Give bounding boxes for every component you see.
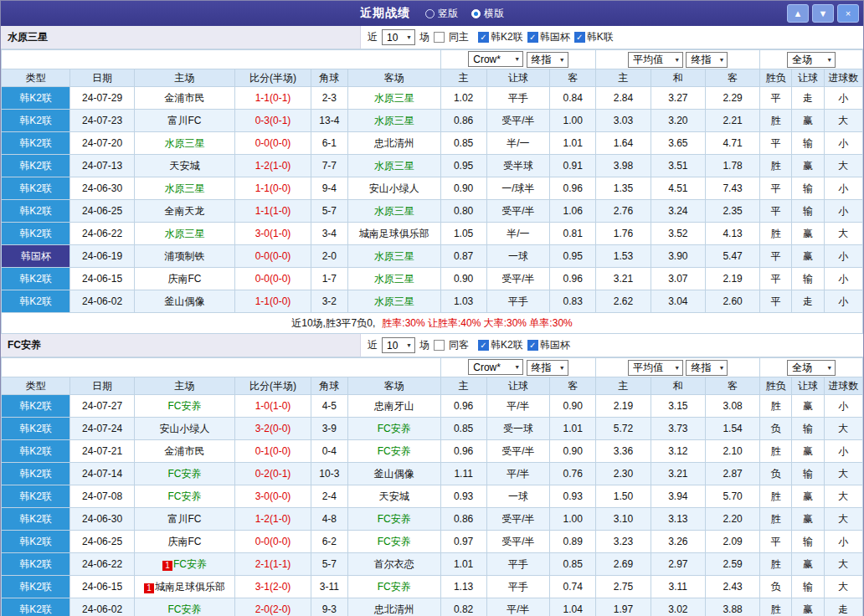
league-filter-checkbox[interactable]: ✓ xyxy=(574,32,585,43)
handicap-result-cell: 赢 xyxy=(792,598,824,616)
handicap-cell: 受平/半 xyxy=(486,440,549,463)
away-team: 水原三星 xyxy=(374,205,414,217)
asia-company-select[interactable]: Crow*▼ xyxy=(468,51,523,67)
handicap-result-cell: 输 xyxy=(792,576,824,598)
league-cell: 韩K2联 xyxy=(2,223,70,245)
layout-mode-radio[interactable]: 竖版 xyxy=(425,7,458,21)
euro-time-select[interactable]: 终指▼ xyxy=(686,52,728,68)
recent-count-select[interactable]: 10▼ xyxy=(382,337,415,353)
recent-count-select[interactable]: 10▼ xyxy=(382,29,415,45)
goals-result-cell: 小 xyxy=(824,440,862,463)
spacer-cell xyxy=(2,358,441,377)
titlebar: 近期战绩 竖版横版 ▲ ▼ × xyxy=(1,1,863,26)
asia-away-odds: 1.01 xyxy=(550,132,596,155)
asia-home-odds: 0.87 xyxy=(440,245,486,268)
handicap-result-cell: 赢 xyxy=(792,485,824,508)
close-button[interactable]: × xyxy=(837,4,859,23)
handicap-result-cell: 输 xyxy=(792,132,824,155)
layout-mode-radio-group: 竖版横版 xyxy=(425,7,504,21)
league-filter-label[interactable]: 韩国杯 xyxy=(540,338,570,352)
col-type: 类型 xyxy=(2,377,70,395)
league-cell: 韩K2联 xyxy=(2,177,70,200)
home-cell: 釜山偶像 xyxy=(134,290,235,313)
corner-cell: 2-4 xyxy=(311,485,347,508)
corner-cell: 3-11 xyxy=(311,576,347,598)
league-filter-label[interactable]: 韩K2联 xyxy=(491,338,523,352)
euro-home-odds: 3.10 xyxy=(596,508,651,531)
euro-time-select[interactable]: 终指▼ xyxy=(686,360,728,376)
selected-option: Crow* xyxy=(473,54,501,65)
asia-company-select[interactable]: Crow*▼ xyxy=(468,359,523,375)
goals-result-cell: 大 xyxy=(824,223,862,245)
euro-draw-odds: 3.07 xyxy=(651,268,705,290)
euro-draw-odds: 3.65 xyxy=(651,132,705,155)
corner-cell: 3-9 xyxy=(311,418,347,440)
handicap-cell: 平/半 xyxy=(486,395,549,418)
away-team: 水原三星 xyxy=(374,250,414,262)
table-row: 韩K2联 24-06-15 1城南足球俱乐部 3-1(2-0) 3-11 FC安… xyxy=(2,576,863,598)
away-cell: 釜山偶像 xyxy=(347,463,440,485)
corner-cell: 2-0 xyxy=(311,245,347,268)
league-filter-checkbox[interactable]: ✓ xyxy=(478,32,489,43)
euro-draw-odds: 3.27 xyxy=(651,87,705,110)
asia-away-odds: 0.95 xyxy=(550,245,596,268)
layout-mode-radio[interactable]: 横版 xyxy=(471,7,504,21)
same-venue-checkbox[interactable]: ✓ xyxy=(434,32,445,43)
radio-circle-icon xyxy=(425,9,435,18)
euro-company-select[interactable]: 平均值▼ xyxy=(628,52,683,68)
summary-row: 近10场,胜3平7负0,胜率:30% 让胜率:40% 大率:30% 单率:30% xyxy=(2,313,863,334)
handicap-result-cell: 赢 xyxy=(792,395,824,418)
table-row: 韩K2联 24-06-15 庆南FC 0-0(0-0) 1-7 水原三星 0.9… xyxy=(2,268,863,290)
move-down-button[interactable]: ▼ xyxy=(812,4,834,23)
handicap-result-cell: 输 xyxy=(792,463,824,485)
score-cell: 0-0(0-0) xyxy=(235,268,311,290)
away-team: 水原三星 xyxy=(374,273,414,285)
section-suwon-samsung: 水原三星 近 10▼ 场 ✓ 同主 ✓韩K2联✓韩国杯✓韩K联 xyxy=(1,26,863,334)
euro-draw-odds: 3.15 xyxy=(651,395,705,418)
matches-body: 韩K2联 24-07-29 金浦市民 1-1(0-1) 2-3 水原三星 1.0… xyxy=(2,87,863,313)
table-row: 韩K2联 24-06-30 水原三星 1-1(0-0) 9-4 安山小绿人 0.… xyxy=(2,177,863,200)
euro-draw-odds: 3.52 xyxy=(651,223,705,245)
result-cell: 负 xyxy=(760,576,792,598)
same-venue-label[interactable]: 同主 xyxy=(449,30,469,44)
league-filter-label[interactable]: 韩K2联 xyxy=(491,30,523,44)
col-handicap-result: 让球 xyxy=(792,69,824,87)
league-filter-checkbox[interactable]: ✓ xyxy=(527,32,538,43)
league-filter-checkbox[interactable]: ✓ xyxy=(527,340,538,351)
handicap-cell: 平手 xyxy=(486,553,549,576)
away-team: 釜山偶像 xyxy=(374,468,414,480)
col-asia-handicap: 让球 xyxy=(486,377,549,395)
away-team: 忠北清州 xyxy=(374,137,414,149)
asia-away-odds: 0.91 xyxy=(550,155,596,177)
asia-time-select[interactable]: 终指▼ xyxy=(527,360,568,376)
col-euro-away: 客 xyxy=(705,69,759,87)
home-team: 城南足球俱乐部 xyxy=(155,581,225,593)
home-team: 水原三星 xyxy=(165,182,205,194)
scope-select[interactable]: 全场▼ xyxy=(787,52,836,68)
euro-draw-odds: 3.20 xyxy=(651,110,705,132)
league-cell: 韩K2联 xyxy=(2,553,70,576)
away-team: 忠南牙山 xyxy=(374,400,414,412)
section-team-name: 水原三星 xyxy=(1,26,361,49)
chevron-down-icon: ▼ xyxy=(406,34,412,40)
handicap-cell: 受平/半 xyxy=(486,268,549,290)
handicap-result-cell: 走 xyxy=(792,87,824,110)
move-up-button[interactable]: ▲ xyxy=(787,4,809,23)
handicap-result-cell: 赢 xyxy=(792,110,824,132)
corner-cell: 7-7 xyxy=(311,155,347,177)
asia-time-select[interactable]: 终指▼ xyxy=(527,52,568,68)
same-venue-checkbox[interactable]: ✓ xyxy=(434,340,445,351)
selected-option: 平均值 xyxy=(633,361,663,375)
euro-company-select[interactable]: 平均值▼ xyxy=(628,360,683,376)
same-venue-label[interactable]: 同客 xyxy=(449,338,469,352)
league-filter-label[interactable]: 韩国杯 xyxy=(540,30,570,44)
home-team: 釜山偶像 xyxy=(165,295,205,307)
league-filter-label[interactable]: 韩K联 xyxy=(587,30,614,44)
corner-cell: 2-3 xyxy=(311,87,347,110)
league-filter-checkbox[interactable]: ✓ xyxy=(478,340,489,351)
euro-draw-odds: 3.51 xyxy=(651,155,705,177)
date-cell: 24-07-20 xyxy=(70,132,134,155)
league-cell: 韩K2联 xyxy=(2,132,70,155)
spacer-cell xyxy=(2,50,441,69)
scope-select[interactable]: 全场▼ xyxy=(787,360,836,376)
